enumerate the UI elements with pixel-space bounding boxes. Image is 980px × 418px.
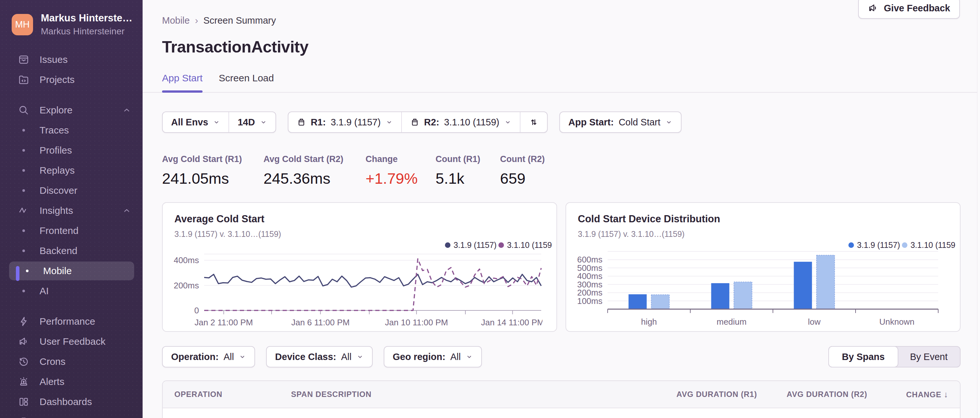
sidebar-item-alerts[interactable]: Alerts — [0, 372, 143, 392]
swap-releases-button[interactable] — [520, 112, 547, 132]
svg-text:Unknown: Unknown — [879, 317, 914, 327]
org-switcher[interactable]: MH Markus Hintersteiner Markus Hinterste… — [0, 0, 143, 37]
charts-row: Average Cold Start 3.1.9 (1157) v. 3.1.1… — [162, 202, 961, 332]
release-r2-selector[interactable]: R2: 3.1.10 (1159) — [402, 112, 520, 132]
sidebar-item-label: Issues — [40, 54, 68, 65]
clock-history-icon — [17, 356, 30, 367]
releases-icon — [17, 416, 30, 418]
environment-selector[interactable]: All Envs — [163, 112, 229, 132]
svg-text:high: high — [641, 317, 657, 327]
chevron-down-icon — [239, 353, 246, 360]
svg-text:400ms: 400ms — [174, 255, 199, 265]
sidebar-item-label: Traces — [40, 125, 69, 136]
bullet-icon — [17, 189, 30, 192]
user-name: Markus Hintersteiner — [41, 12, 135, 24]
sidebar-item-backend[interactable]: Backend — [0, 241, 143, 261]
sidebar-item-label: Projects — [40, 74, 75, 85]
insights-icon — [17, 205, 30, 216]
stat-label: Change — [366, 154, 436, 164]
appstart-value: Cold Start — [619, 117, 660, 128]
sidebar-item-dashboards[interactable]: Dashboards — [0, 392, 143, 412]
stat-value: 5.1k — [436, 170, 500, 187]
date-range-selector[interactable]: 14D — [229, 112, 275, 132]
sidebar-item-issues[interactable]: Issues — [0, 49, 143, 70]
sidebar-item-label: AI — [40, 286, 49, 297]
device-class-filter[interactable]: Device Class: All — [267, 347, 372, 367]
sidebar-item-explore[interactable]: Explore — [0, 100, 143, 120]
stat-label: Avg Cold Start (R1) — [162, 154, 264, 164]
table-filter-bar: Operation: All Device Class: All Geo reg… — [162, 346, 961, 367]
operation-filter-group: Operation: All — [162, 346, 255, 367]
sidebar-item-traces[interactable]: Traces — [0, 120, 143, 140]
chevron-down-icon — [504, 119, 511, 126]
sidebar-item-user-feedback[interactable]: User Feedback — [0, 332, 143, 351]
sidebar-item-mobile[interactable]: Mobile — [0, 261, 143, 281]
stat-label: Count (R1) — [436, 154, 500, 164]
tab-app-start[interactable]: App Start — [162, 73, 202, 92]
sidebar-item-label: Explore — [40, 105, 73, 116]
sidebar-item-insights[interactable]: Insights — [0, 200, 143, 221]
sidebar-item-label: Profiles — [40, 145, 72, 156]
svg-text:200ms: 200ms — [174, 281, 199, 290]
release-icon — [410, 118, 419, 127]
sidebar-item-label: Backend — [40, 245, 78, 256]
give-feedback-button[interactable]: Give Feedback — [858, 0, 960, 19]
release-compare-group: R1: 3.1.9 (1157) R2: 3.1.10 (1159) — [288, 111, 548, 133]
sidebar-item-projects[interactable]: Projects — [0, 70, 143, 90]
sidebar-item-frontend[interactable]: Frontend — [0, 221, 143, 241]
sidebar-item-profiles[interactable]: Profiles — [0, 140, 143, 161]
sidebar-item-ai[interactable]: AI — [0, 281, 143, 301]
table-row: contentprovider.load androidx.core.conte… — [163, 408, 960, 418]
release-r1-selector[interactable]: R1: 3.1.9 (1157) — [288, 112, 401, 132]
sidebar-item-crons[interactable]: Crons — [0, 351, 143, 372]
give-feedback-label: Give Feedback — [884, 3, 950, 14]
line-chart: 0200ms400msJan 2 11:00 PMJan 6 11:00 PMJ… — [170, 246, 542, 327]
breadcrumb-current: Screen Summary — [203, 15, 276, 26]
toggle-by-spans[interactable]: By Spans — [828, 346, 898, 367]
chevron-up-icon — [123, 207, 131, 215]
bullet-icon — [17, 290, 30, 292]
bullet-icon — [17, 250, 30, 252]
sort-desc-icon: ↓ — [944, 389, 948, 399]
sidebar-item-releases[interactable]: Releases — [0, 412, 143, 418]
siren-icon — [17, 376, 30, 387]
appstart-type-selector[interactable]: App Start: Cold Start — [560, 112, 681, 132]
geo-region-value: All — [450, 351, 460, 362]
toggle-by-event[interactable]: By Event — [898, 347, 960, 367]
sidebar-item-label: User Feedback — [40, 336, 105, 347]
chevron-down-icon — [260, 119, 267, 126]
sidebar-item-performance[interactable]: Performance — [0, 312, 143, 332]
stat-change: Change +1.79% — [366, 154, 436, 187]
sidebar-item-label: Crons — [40, 356, 65, 367]
bullet-icon — [17, 129, 30, 132]
sidebar-item-discover[interactable]: Discover — [0, 181, 143, 200]
megaphone-icon — [17, 336, 30, 347]
sidebar-item-label: Replays — [40, 165, 75, 176]
stat-value: 659 — [500, 170, 545, 187]
col-avg-duration-r2: AVG DURATION (R2) — [757, 390, 867, 399]
sidebar-item-replays[interactable]: Replays — [0, 161, 143, 181]
svg-text:Jan 14 11:00 PM: Jan 14 11:00 PM — [481, 318, 542, 327]
device-class-filter-group: Device Class: All — [266, 346, 373, 367]
chevron-down-icon — [466, 353, 473, 360]
tab-screen-load[interactable]: Screen Load — [219, 73, 274, 92]
sidebar-item-label: Dashboards — [40, 396, 92, 407]
chart-title: Average Cold Start — [174, 213, 545, 225]
geo-region-filter[interactable]: Geo region: All — [384, 347, 481, 367]
active-indicator — [16, 266, 19, 281]
sidebar-item-label: Alerts — [40, 376, 65, 387]
range-label: 14D — [237, 117, 255, 128]
operation-filter[interactable]: Operation: All — [163, 347, 255, 367]
avg-cold-start-chart-card: Average Cold Start 3.1.9 (1157) v. 3.1.1… — [162, 202, 557, 332]
breadcrumb-mobile[interactable]: Mobile — [162, 15, 189, 26]
avatar: MH — [12, 14, 33, 35]
sidebar-item-label: Insights — [40, 205, 73, 216]
stat-label: Count (R2) — [500, 154, 545, 164]
search-icon — [17, 105, 30, 116]
svg-text:Jan 2 11:00 PM: Jan 2 11:00 PM — [194, 318, 253, 327]
appstart-label: App Start: — [568, 117, 614, 128]
col-change-sort[interactable]: CHANGE ↓ — [867, 389, 948, 399]
svg-text:0: 0 — [194, 305, 199, 315]
vertical-scrollbar[interactable] — [977, 0, 980, 418]
stat-value: 245.36ms — [264, 170, 366, 187]
